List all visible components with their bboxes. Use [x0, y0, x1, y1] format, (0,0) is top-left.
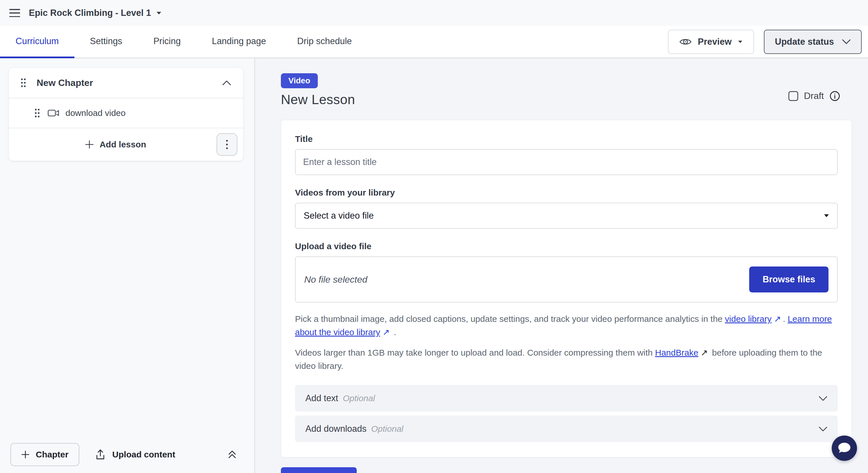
update-status-label: Update status [775, 37, 834, 47]
upload-icon [95, 449, 105, 460]
external-link-icon: ↗ [382, 327, 390, 337]
chapter-button-label: Chapter [36, 450, 68, 460]
upload-field-group: Upload a video file No file selected Bro… [295, 242, 838, 303]
plus-icon [21, 450, 29, 459]
video-library-field-group: Videos from your library Select a video … [295, 188, 838, 229]
chapter-menu-button[interactable] [217, 133, 237, 156]
add-lesson-row: Add lesson [9, 128, 243, 161]
preview-button[interactable]: Preview [668, 30, 754, 54]
tab-landing-page[interactable]: Landing page [196, 26, 282, 58]
chapter-card: New Chapter [9, 67, 243, 161]
drag-handle-icon[interactable] [21, 77, 26, 88]
file-upload-dropzone[interactable]: No file selected Browse files [295, 256, 838, 303]
title-label: Title [295, 134, 838, 144]
add-chapter-button[interactable]: Chapter [10, 443, 79, 466]
help-text-segment: . [391, 327, 396, 337]
info-icon[interactable] [830, 91, 840, 101]
browse-files-button[interactable]: Browse files [749, 266, 829, 292]
course-title: Epic Rock Climbing - Level 1 [29, 8, 151, 18]
external-link-icon: ↗ [774, 314, 781, 324]
content-area: New Chapter [0, 58, 868, 473]
tab-bar: Curriculum Settings Pricing Landing page… [0, 26, 868, 58]
chat-bubble-icon [837, 442, 851, 455]
lesson-row[interactable]: download video [9, 98, 243, 128]
optional-label: Optional [343, 393, 375, 403]
draft-checkbox[interactable] [788, 91, 798, 101]
compression-help-text: Videos larger than 1GB may take longer t… [295, 346, 838, 372]
caret-down-icon [156, 11, 161, 15]
save-lesson-button[interactable]: Save lesson [281, 467, 357, 473]
lesson-editor-header: Video New Lesson Draft [281, 73, 852, 107]
title-field-group: Title [295, 134, 838, 175]
handbrake-link[interactable]: HandBrake↗ [655, 348, 710, 357]
lesson-editor: Video New Lesson Draft Title [255, 58, 868, 473]
lesson-title: download video [65, 108, 126, 118]
upload-content-label: Upload content [112, 450, 175, 460]
kebab-menu-icon [226, 139, 228, 150]
lesson-title-input[interactable] [295, 149, 838, 175]
chat-widget-button[interactable] [832, 436, 857, 461]
page-title: New Lesson [281, 92, 355, 107]
course-title-dropdown[interactable]: Epic Rock Climbing - Level 1 [29, 8, 161, 18]
video-library-select[interactable]: Select a video file [295, 203, 838, 229]
add-text-panel[interactable]: Add text Optional [295, 385, 838, 412]
chevron-up-icon[interactable] [222, 81, 231, 85]
optional-label: Optional [371, 424, 403, 434]
collapse-all-icon[interactable] [227, 450, 237, 460]
help-text-segment: Videos larger than 1GB may take longer t… [295, 348, 655, 357]
video-library-help-text: Pick a thumbnail image, add closed capti… [295, 312, 838, 339]
video-library-selected-value: Select a video file [304, 211, 374, 221]
drag-handle-icon[interactable] [34, 108, 40, 118]
chapter-title: New Chapter [37, 77, 93, 88]
draft-toggle-group: Draft [788, 91, 840, 101]
video-library-link[interactable]: video library↗ [725, 314, 783, 324]
hamburger-menu-icon[interactable] [9, 9, 20, 17]
video-camera-icon [48, 109, 59, 117]
chevron-down-icon [819, 396, 827, 401]
add-downloads-label: Add downloads [305, 424, 367, 434]
sidebar-footer: Chapter Upload content [0, 436, 254, 473]
lesson-type-badge: Video [281, 73, 318, 88]
tab-settings[interactable]: Settings [74, 26, 138, 58]
chevron-down-icon [842, 39, 851, 44]
tab-curriculum[interactable]: Curriculum [0, 26, 74, 58]
top-bar: Epic Rock Climbing - Level 1 [0, 0, 868, 26]
chevron-down-icon [819, 427, 827, 432]
lesson-heading-block: Video New Lesson [281, 73, 355, 107]
plus-icon [85, 140, 94, 149]
add-lesson-button[interactable]: Add lesson [85, 139, 146, 149]
eye-icon [679, 37, 691, 46]
upload-content-button[interactable]: Upload content [95, 449, 175, 460]
tabbar-actions: Preview Update status [668, 26, 862, 58]
lesson-form-card: Title Videos from your library Select a … [281, 120, 852, 458]
no-file-text: No file selected [304, 274, 367, 285]
external-link-icon: ↗ [701, 348, 708, 357]
upload-video-label: Upload a video file [295, 242, 838, 251]
add-lesson-label: Add lesson [99, 139, 146, 149]
update-status-button[interactable]: Update status [764, 30, 862, 54]
add-downloads-panel[interactable]: Add downloads Optional [295, 416, 838, 442]
help-text-segment: Pick a thumbnail image, add closed capti… [295, 314, 725, 324]
help-text-segment: . [783, 314, 788, 324]
draft-label: Draft [804, 91, 824, 101]
preview-label: Preview [698, 37, 732, 47]
video-library-label: Videos from your library [295, 188, 838, 197]
caret-down-icon [738, 40, 743, 43]
curriculum-sidebar: New Chapter [0, 58, 255, 473]
tab-drip-schedule[interactable]: Drip schedule [282, 26, 368, 58]
tab-pricing[interactable]: Pricing [138, 26, 196, 58]
select-caret-icon [824, 214, 829, 217]
add-text-label: Add text [305, 393, 338, 404]
chapter-header[interactable]: New Chapter [9, 68, 243, 98]
